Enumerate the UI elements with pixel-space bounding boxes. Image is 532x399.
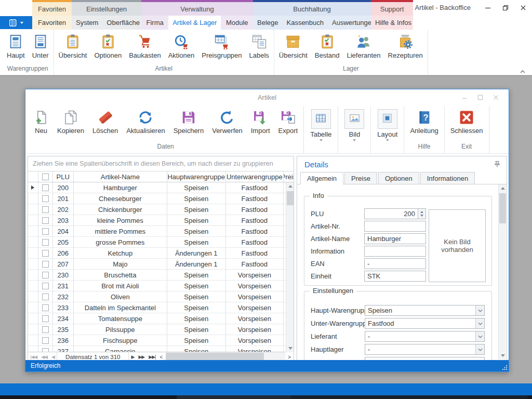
table-row[interactable]: 232OlivenSpeisenVorspeisen <box>28 291 294 302</box>
row-checkbox[interactable] <box>38 193 53 204</box>
ribbon-tab-belege[interactable]: Belege <box>253 16 282 30</box>
checkbox-icon[interactable] <box>42 283 49 289</box>
row-checkbox[interactable] <box>38 270 53 280</box>
row-checkbox[interactable] <box>38 226 53 236</box>
checkbox-icon[interactable] <box>42 304 49 311</box>
ean-field[interactable]: - <box>364 258 426 269</box>
dropdown-button[interactable] <box>475 344 484 354</box>
haupt-warengruppe-dropdown[interactable]: Speisen <box>365 305 485 316</box>
ribbon-button-artikel-labels[interactable]: Labels <box>246 32 273 61</box>
dropdown-button[interactable] <box>475 305 484 315</box>
row-checkbox[interactable] <box>38 248 53 258</box>
details-tab-optionen[interactable]: Optionen <box>378 172 419 184</box>
ribbon-button-artikel-baukasten[interactable]: Baukasten <box>125 32 164 61</box>
ribbon-button-warengruppen-haupt[interactable]: Haupt <box>3 32 29 61</box>
table-row[interactable]: 206KetchupÄnderungen 1Fastfood <box>28 248 294 259</box>
ribbon-button-artikel-preisgruppen[interactable]: Preisgruppen <box>198 32 245 61</box>
toolbar-button-tabelle[interactable]: Tabelle <box>305 106 336 141</box>
checkbox-icon[interactable] <box>42 294 49 300</box>
table-row[interactable]: 202ChickenburgerSpeisenFastfood <box>28 204 294 215</box>
scroll-down-arrow[interactable] <box>286 344 294 352</box>
ribbon-button-warengruppen-unter[interactable]: Unter <box>29 32 52 61</box>
ribbon-button-lager-bestand[interactable]: Bestand <box>311 32 343 61</box>
dropdown-button[interactable] <box>475 331 484 341</box>
window-minimize-button[interactable] <box>479 0 497 16</box>
table-row[interactable]: 234TomatensuppeSpeisenVorspeisen <box>28 313 294 324</box>
information-field[interactable] <box>364 246 426 257</box>
row-checkbox[interactable] <box>38 182 53 193</box>
details-tab-preise[interactable]: Preise <box>344 172 377 184</box>
table-row[interactable]: 201CheeseburgerSpeisenFastfood <box>28 193 294 204</box>
toolbar-button-bild[interactable]: Bild <box>340 106 369 141</box>
toolbar-button-anleitung[interactable]: ?Anleitung <box>406 106 442 135</box>
row-checkbox[interactable] <box>38 259 53 269</box>
table-row[interactable]: 236FischsuppeSpeisenVorspeisen <box>28 335 294 346</box>
table-row[interactable]: 230BruschettaSpeisenVorspeisen <box>28 270 294 281</box>
ribbon-button-lager-uebersicht[interactable]: Übersicht <box>275 32 311 61</box>
table-row[interactable]: 200HamburgerSpeisenFastfood <box>28 182 294 193</box>
details-vertical-scrollbar[interactable] <box>498 184 506 360</box>
plu-spinner-input[interactable]: 200 <box>364 208 418 219</box>
grid-group-panel[interactable]: Ziehen Sie eine Spaltenüberschrift in di… <box>28 156 294 171</box>
checkbox-icon[interactable] <box>42 239 49 246</box>
unter-warengruppe-dropdown[interactable]: Fastfood <box>365 318 485 329</box>
ribbon-tab-artikel-lager[interactable]: Artikel & Lager <box>168 16 221 30</box>
checkbox-icon[interactable] <box>42 195 49 202</box>
spinner-down-icon[interactable] <box>420 215 423 217</box>
ribbon-collapse-chevron[interactable] <box>520 66 528 73</box>
toolbar-button-verwerfen[interactable]: Verwerfen <box>208 106 247 135</box>
grid-header-hauptwarengruppe[interactable]: Hauptwarengruppe <box>167 171 226 182</box>
ribbon-tab-oberflaeche[interactable]: Oberfläche <box>102 16 144 30</box>
spinner-buttons[interactable] <box>418 208 426 219</box>
ribbon-tab-module[interactable]: Module <box>222 16 252 30</box>
row-checkbox[interactable] <box>38 204 53 215</box>
toolbar-button-loeschen[interactable]: Löschen <box>88 106 122 135</box>
grid-scrollbar-thumb[interactable] <box>287 191 294 205</box>
checkbox-icon[interactable] <box>42 315 49 322</box>
checkbox-icon[interactable] <box>42 174 49 180</box>
checkbox-icon[interactable] <box>42 184 49 191</box>
ribbon-button-artikel-optionen[interactable]: Optionen <box>90 32 125 61</box>
window-restore-button[interactable] <box>497 0 514 16</box>
row-checkbox[interactable] <box>38 291 53 302</box>
table-row[interactable]: 235PilssuppeSpeisenVorspeisen <box>28 324 294 335</box>
toolbar-button-schliessen[interactable]: Schliessen <box>446 106 487 135</box>
row-checkbox[interactable] <box>38 281 53 291</box>
row-checkbox[interactable] <box>38 346 53 352</box>
table-row[interactable]: 237CarpaccioSpeisenVorspeisen <box>28 346 294 352</box>
app-menu-button[interactable] <box>0 16 32 29</box>
ribbon-button-lager-lieferanten[interactable]: Lieferanten <box>343 32 384 61</box>
pin-icon[interactable] <box>493 160 501 168</box>
dialog-close-button[interactable] <box>488 89 503 105</box>
details-tab-allgemein[interactable]: Allgemein <box>300 172 343 184</box>
checkbox-icon[interactable] <box>42 337 49 344</box>
scroll-down-arrow[interactable] <box>499 352 507 360</box>
artikel-nr-field[interactable] <box>364 221 426 232</box>
ribbon-button-artikel-uebersicht[interactable]: Übersicht <box>55 32 91 61</box>
ribbon-tab-hilfe-infos[interactable]: Hilfe & Infos <box>371 16 416 30</box>
row-checkbox[interactable] <box>38 324 53 335</box>
artikel-name-field[interactable]: Hamburger <box>364 233 426 244</box>
row-checkbox[interactable] <box>38 335 53 345</box>
row-checkbox[interactable] <box>38 313 53 324</box>
ribbon-tab-favoriten[interactable]: Favoriten <box>34 16 70 30</box>
checkbox-icon[interactable] <box>42 250 49 257</box>
toolbar-button-speichern[interactable]: Speichern <box>169 106 208 135</box>
checkbox-icon[interactable] <box>42 348 49 352</box>
dropdown-button[interactable] <box>475 318 484 328</box>
grid-header-unterwarengruppe[interactable]: Unterwarengruppe <box>226 171 284 182</box>
row-checkbox[interactable] <box>38 302 53 313</box>
grid-header-preis[interactable]: Preis <box>284 171 294 182</box>
spinner-up-icon[interactable] <box>420 211 423 213</box>
hauptlager-dropdown[interactable]: - <box>365 344 485 355</box>
checkbox-icon[interactable] <box>42 261 49 268</box>
grid-header-plu[interactable]: PLU <box>53 171 74 182</box>
checkbox-icon[interactable] <box>42 272 49 278</box>
toolbar-button-aktualisieren[interactable]: Aktualisieren <box>122 106 169 135</box>
table-row[interactable]: 207MajoÄnderungen 1Fastfood <box>28 259 294 270</box>
resize-grip[interactable] <box>502 365 508 370</box>
checkbox-icon[interactable] <box>42 228 49 235</box>
details-tab-informationen[interactable]: Informationen <box>420 172 475 184</box>
ribbon-button-artikel-aktionen[interactable]: Aktionen <box>165 32 198 61</box>
ribbon-tab-firma[interactable]: Firma <box>142 16 167 30</box>
